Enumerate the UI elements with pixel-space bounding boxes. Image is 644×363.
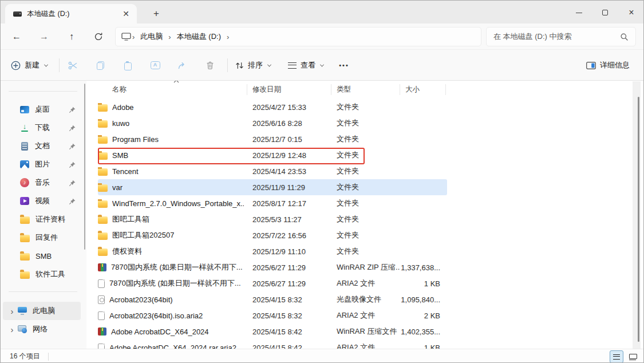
address-bar[interactable]: › 此电脑 › 本地磁盘 (D:) › <box>115 27 481 46</box>
sidebar-item[interactable]: 下载 <box>3 119 81 137</box>
column-divider[interactable] <box>445 84 446 95</box>
file-date-modified: 2025/4/15 8:42 <box>244 328 337 336</box>
vertical-scrollbar-thumb[interactable] <box>638 97 639 342</box>
file-date-modified: 2025/12/7 0:15 <box>244 135 337 144</box>
file-row[interactable]: Adobe 2025/4/27 15:33 文件夹 <box>98 99 447 115</box>
column-divider[interactable] <box>247 84 247 95</box>
sidebar-tree-item[interactable]: › 网络 <box>3 320 81 338</box>
share-button[interactable] <box>173 56 192 74</box>
sidebar-item-label: 视频 <box>35 196 50 206</box>
file-name: Program Files <box>112 135 159 144</box>
new-tab-button[interactable]: + <box>148 6 164 21</box>
file-type: ARIA2 文件 <box>337 310 400 321</box>
file-row[interactable]: 7870国内系统 (如果日期一样就不用下... 2025/6/27 11:29 … <box>98 259 447 275</box>
file-type: WinRAR ZIP 压缩... <box>337 262 400 273</box>
column-header-date[interactable]: 修改日期 <box>252 85 281 94</box>
breadcrumb-chevron-icon[interactable]: › <box>226 33 230 41</box>
sidebar-item[interactable]: 软件工具 <box>3 265 81 283</box>
folder-icon <box>98 232 108 240</box>
file-name: Acrobat2023(64bit) <box>109 295 173 304</box>
sidebar-item-label: SMB <box>35 252 52 261</box>
sidebar-item-label: 此电脑 <box>33 306 55 316</box>
file-row[interactable]: Tencent 2025/4/14 23:53 文件夹 <box>98 163 447 179</box>
back-button[interactable]: ← <box>9 29 25 45</box>
breadcrumb-this-pc[interactable]: 此电脑 <box>136 31 167 42</box>
expand-chevron-icon[interactable]: › <box>6 325 18 334</box>
navigation-pane: 桌面 下载 文档 图片 音乐 视频 证件资料 <box>1 81 86 349</box>
file-row[interactable]: Acrobat2023(64bit).iso.aria2 2025/4/15 8… <box>98 307 447 323</box>
large-icons-view-toggle-button[interactable] <box>626 350 639 363</box>
sidebar-item[interactable]: 视频 <box>3 192 81 210</box>
column-header-size[interactable]: 大小 <box>405 85 420 94</box>
details-view-toggle-button[interactable] <box>610 350 623 363</box>
breadcrumb-local-disk-d[interactable]: 本地磁盘 (D:) <box>172 31 226 42</box>
file-row[interactable]: Program Files 2025/12/7 0:15 文件夹 <box>98 131 447 147</box>
copy-button[interactable] <box>91 56 109 74</box>
file-row[interactable]: 图吧工具箱 2025/5/3 11:27 文件夹 <box>98 211 447 227</box>
forward-button[interactable]: → <box>36 29 52 45</box>
sidebar-scrollbar[interactable] <box>84 84 85 250</box>
file-size: 2 KB <box>400 311 447 320</box>
file-type: 文件夹 <box>337 166 400 176</box>
column-header-name[interactable]: 名称 <box>112 85 127 94</box>
sidebar-item[interactable]: 桌面 <box>3 100 81 119</box>
maximize-button[interactable] <box>596 5 614 20</box>
column-header-type[interactable]: 类型 <box>337 85 351 94</box>
file-name-cell: SMB <box>98 151 244 160</box>
sort-button[interactable]: 排序 <box>232 50 274 81</box>
file-type: 文件夹 <box>337 214 400 224</box>
column-divider[interactable] <box>400 84 400 95</box>
file-row[interactable]: SMB 2025/12/9 12:48 文件夹 <box>98 147 447 163</box>
details-pane-button[interactable]: 详细信息 <box>583 50 633 81</box>
sidebar-item-label: 图片 <box>35 159 50 169</box>
more-options-button[interactable]: ••• <box>335 50 353 81</box>
file-date-modified: 2025/12/9 12:48 <box>244 151 337 160</box>
file-row[interactable]: 图吧工具箱202507 2025/7/22 16:56 文件夹 <box>98 227 447 243</box>
sidebar-item[interactable]: 回复件 <box>3 228 81 247</box>
file-type: 文件夹 <box>337 134 400 144</box>
sidebar-item[interactable]: SMB <box>3 247 81 265</box>
navigation-bar: ← → ↑ › 此电脑 › 本地磁盘 (D:) › 在 本地磁盘 (D:) 中搜… <box>1 23 643 50</box>
up-button[interactable]: ↑ <box>64 29 80 45</box>
new-button[interactable]: 新建 <box>7 50 51 81</box>
search-input[interactable]: 在 本地磁盘 (D:) 中搜索 <box>486 27 636 46</box>
file-row[interactable]: WindTerm_2.7.0_Windows_Portable_x... 202… <box>98 195 447 211</box>
paste-button[interactable] <box>118 56 137 74</box>
close-tab-icon[interactable]: ✕ <box>120 7 132 20</box>
sidebar-item[interactable]: 图片 <box>3 155 81 173</box>
file-name-cell: var <box>98 183 244 192</box>
view-button[interactable]: 查看 <box>285 50 327 81</box>
sidebar-item[interactable]: 文档 <box>3 137 81 155</box>
sidebar-tree-item[interactable]: › 此电脑 <box>3 302 81 320</box>
sidebar-item[interactable]: 证件资料 <box>3 210 81 228</box>
column-divider[interactable] <box>331 84 331 95</box>
sidebar-item-label: 软件工具 <box>35 269 65 279</box>
sidebar-item-label: 文档 <box>35 141 50 151</box>
file-name: WindTerm_2.7.0_Windows_Portable_x... <box>112 199 244 208</box>
file-type: WinRAR 压缩文件 <box>337 326 400 337</box>
title-bar: 本地磁盘 (D:) ✕ + × <box>1 1 643 23</box>
file-name: 7870国内系统 (如果日期一样就不用下... <box>109 278 241 289</box>
file-row[interactable]: 7870国内系统 (如果日期一样就不用下... 2025/6/27 11:29 … <box>98 275 447 291</box>
close-window-button[interactable]: × <box>623 5 640 20</box>
file-row[interactable]: kuwo 2025/6/16 8:28 文件夹 <box>98 115 447 131</box>
rename-button[interactable] <box>146 56 164 74</box>
view-lines-icon <box>288 62 297 69</box>
refresh-button[interactable] <box>90 29 106 45</box>
file-row[interactable]: Acrobat2023(64bit) 2025/4/15 8:32 光盘映像文件… <box>98 291 447 307</box>
file-row[interactable]: Adobe AcrobatDC_X64_2024 2025/4/15 8:42 … <box>98 323 447 340</box>
file-row[interactable]: 债权资料 2025/12/9 11:10 文件夹 <box>98 243 447 259</box>
sidebar-item-label: 音乐 <box>35 177 50 188</box>
delete-button[interactable] <box>201 56 219 74</box>
file-size: 1,095,840... <box>400 295 447 304</box>
file-type: 文件夹 <box>337 230 400 240</box>
file-name: 图吧工具箱202507 <box>112 230 174 240</box>
cut-button[interactable] <box>64 56 82 74</box>
videos-icon <box>20 197 29 205</box>
expand-chevron-icon[interactable]: › <box>6 307 18 315</box>
tab-local-disk-d[interactable]: 本地磁盘 (D:) ✕ <box>5 4 137 23</box>
file-row[interactable]: var 2025/11/9 11:29 文件夹 <box>98 179 447 195</box>
toolbar-divider <box>59 58 60 72</box>
minimize-button[interactable] <box>570 5 587 20</box>
sidebar-item[interactable]: 音乐 <box>3 173 81 192</box>
